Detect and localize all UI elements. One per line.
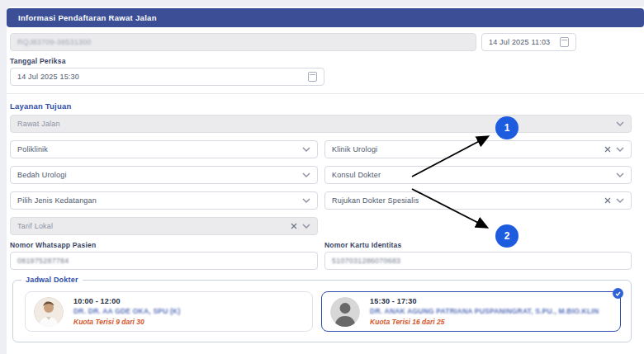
layanan-tujuan-select[interactable]: Rawat Jalan <box>10 115 632 133</box>
whatsapp-value: 081975287784 <box>17 257 69 265</box>
section-divider <box>7 93 644 94</box>
identity-value: 5107031286070683 <box>332 257 400 265</box>
doctor-photo-avatar <box>34 297 64 327</box>
jadwal-dokter-title: Jadwal Dokter <box>21 276 83 284</box>
registration-number-row: RQJ83709-38531300 14 Jul 2025 11:03 <box>10 33 632 51</box>
chevron-down-icon <box>616 121 624 126</box>
calendar-icon[interactable] <box>560 37 569 47</box>
klinik-value: Klinik Urologi <box>332 145 377 153</box>
chevron-down-icon <box>302 198 310 203</box>
sub-poliklinik-select[interactable]: Bedah Urologi <box>10 166 318 184</box>
doctor-name: DR. DR. AA GDE OKA, SPU (K) <box>73 307 180 315</box>
tarif-value: Tarif Lokal <box>17 222 53 230</box>
person-silhouette-avatar <box>330 297 360 327</box>
doctor-quota: Kuota Terisi 9 dari 30 <box>73 318 180 326</box>
rujukan-value: Rujukan Dokter Spesialis <box>332 196 419 205</box>
doctor-time: 10:00 - 12:00 <box>73 297 180 305</box>
jenis-kedatangan-select[interactable]: Pilih Jenis Kedatangan <box>10 191 318 210</box>
panel-title: Informasi Pendaftaran Rawat Jalan <box>7 8 644 27</box>
whatsapp-label: Nomor Whatsapp Pasien <box>10 241 318 249</box>
selected-check-icon <box>613 288 623 299</box>
chevron-down-icon <box>616 198 624 203</box>
jenis-kedatangan-placeholder: Pilih Jenis Kedatangan <box>17 196 97 205</box>
registration-number-value: RQJ83709-38531300 <box>17 38 91 46</box>
tanggal-periksa-label: Tanggal Periksa <box>10 57 632 65</box>
poliklinik-select[interactable]: Poliklinik <box>10 140 318 158</box>
doctor-name: DR. ANAK AGUNG PATRIANA PUSPANINGRAT, S.… <box>370 307 599 315</box>
chevron-down-icon <box>302 224 310 229</box>
calendar-icon[interactable] <box>308 72 317 82</box>
registration-number-field: RQJ83709-38531300 <box>10 33 476 51</box>
tanggal-periksa-value: 14 Jul 2025 15:30 <box>17 73 79 81</box>
doctor-time: 15:30 - 17:30 <box>370 297 599 305</box>
sub-poliklinik-value: Bedah Urologi <box>17 171 67 179</box>
poliklinik-value: Poliklinik <box>17 145 48 153</box>
tanggal-periksa-field[interactable]: 14 Jul 2025 15:30 <box>10 68 324 86</box>
whatsapp-field[interactable]: 081975287784 <box>10 252 318 270</box>
registration-datetime-field[interactable]: 14 Jul 2025 11:03 <box>481 33 576 51</box>
rujukan-select[interactable]: Rujukan Dokter Spesialis <box>324 191 632 210</box>
klinik-select[interactable]: Klinik Urologi <box>324 140 632 158</box>
doctor-card-selected[interactable]: 15:30 - 17:30 DR. ANAK AGUNG PATRIANA PU… <box>321 291 621 332</box>
chevron-down-icon <box>616 172 624 177</box>
clear-icon[interactable] <box>291 223 297 229</box>
jenis-konsul-select[interactable]: Konsul Dokter <box>324 166 632 184</box>
jadwal-dokter-section: Jadwal Dokter 10:00 - 12:00 DR. DR. AA G… <box>12 280 632 342</box>
layanan-tujuan-title: Layanan Tujuan <box>10 101 632 111</box>
layanan-tujuan-value: Rawat Jalan <box>17 120 60 128</box>
registration-panel: Informasi Pendaftaran Rawat Jalan RQJ837… <box>7 7 644 354</box>
chevron-down-icon <box>616 147 624 152</box>
clear-icon[interactable] <box>604 197 611 204</box>
registration-datetime-value: 14 Jul 2025 11:03 <box>489 38 550 46</box>
jenis-konsul-value: Konsul Dokter <box>332 171 381 179</box>
tarif-select[interactable]: Tarif Lokal <box>10 217 318 235</box>
doctor-card[interactable]: 10:00 - 12:00 DR. DR. AA GDE OKA, SPU (K… <box>25 291 313 332</box>
clear-icon[interactable] <box>604 146 611 153</box>
doctor-quota: Kuota Terisi 16 dari 25 <box>370 318 599 326</box>
chevron-down-icon <box>302 147 310 152</box>
identity-label: Nomor Kartu Identitas <box>324 241 632 249</box>
chevron-down-icon <box>302 172 310 177</box>
identity-field[interactable]: 5107031286070683 <box>324 252 632 270</box>
